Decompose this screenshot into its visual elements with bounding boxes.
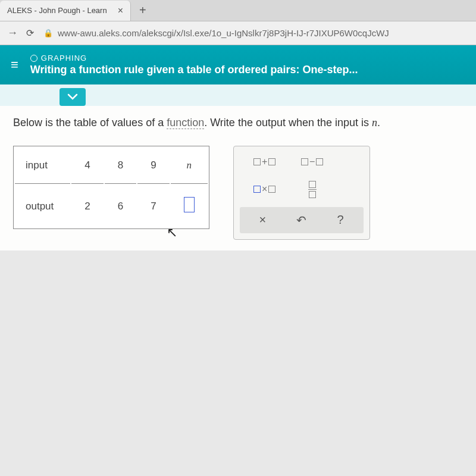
tab-title: ALEKS - John Pough - Learn (7, 6, 107, 15)
input-cell: n (171, 148, 208, 184)
lock-icon: 🔒 (43, 29, 53, 37)
tool-panel: + − × × ↶ ? (233, 146, 370, 240)
function-link[interactable]: function (167, 117, 204, 129)
menu-icon[interactable]: ≡ (11, 57, 18, 73)
answer-cell[interactable] (171, 185, 208, 227)
close-tab-icon[interactable]: × (118, 5, 123, 16)
table-row: output 2 6 7 (15, 185, 208, 227)
forward-icon[interactable]: → (5, 27, 20, 39)
reload-icon[interactable]: ⟳ (26, 27, 34, 39)
tool-undo[interactable]: ↶ (290, 213, 314, 227)
chevron-down-button[interactable] (60, 88, 86, 106)
output-cell: 7 (137, 185, 169, 227)
problem-text: Below is the table of values of a functi… (13, 117, 463, 129)
topic-category: GRAPHING (30, 54, 358, 62)
topic-title: Writing a function rule given a table of… (30, 64, 358, 76)
tool-subtract[interactable]: − (295, 152, 330, 171)
tool-clear[interactable]: × (250, 213, 274, 227)
row-label: input (15, 148, 70, 184)
new-tab-button[interactable]: + (131, 4, 155, 17)
input-cell: 8 (105, 148, 136, 184)
url-bar[interactable]: 🔒 www-awu.aleks.com/alekscgi/x/Isl.exe/1… (40, 28, 471, 38)
chevron-down-icon (67, 93, 78, 101)
answer-input-box (184, 197, 195, 212)
tool-actions: × ↶ ? (240, 207, 364, 233)
browser-nav-bar: → ⟳ 🔒 www-awu.aleks.com/alekscgi/x/Isl.e… (0, 21, 476, 45)
problem-area: Below is the table of values of a functi… (0, 106, 476, 250)
value-table: input 4 8 9 n output 2 6 7 (13, 146, 209, 229)
input-cell: 9 (137, 148, 169, 184)
app-header: ≡ GRAPHING Writing a function rule given… (0, 45, 476, 84)
input-cell: 4 (71, 148, 103, 184)
url-text: www-awu.aleks.com/alekscgi/x/Isl.exe/1o_… (58, 28, 389, 38)
output-cell: 6 (105, 185, 136, 227)
browser-tab[interactable]: ALEKS - John Pough - Learn × (0, 1, 131, 21)
tool-help[interactable]: ? (328, 213, 352, 227)
category-circle-icon (30, 55, 37, 62)
tool-fraction[interactable] (295, 180, 330, 199)
table-row: input 4 8 9 n (15, 148, 208, 184)
tool-add[interactable]: + (247, 152, 283, 171)
tool-multiply[interactable]: × (247, 180, 283, 199)
browser-tab-bar: ALEKS - John Pough - Learn × + (0, 0, 476, 21)
chevron-row (0, 84, 476, 106)
output-cell: 2 (71, 185, 103, 227)
row-label: output (15, 185, 70, 227)
